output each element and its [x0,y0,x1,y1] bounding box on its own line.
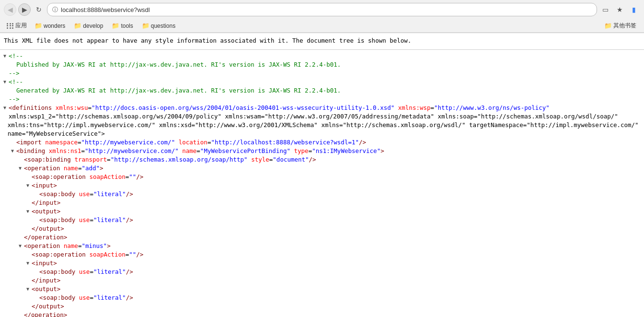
bookmark-tools-label: tools [121,23,133,29]
xml-line: <import namespace="http://mywebservice.c… [0,138,644,147]
toggle-btn[interactable]: ▼ [25,209,31,214]
xml-tag-content: <soap:binding transport="http://schemas.… [24,155,316,164]
folder-icon: 📁 [74,22,81,29]
bookmark-questions[interactable]: 📁 questions [138,21,179,30]
xml-line: <soap:body use="literal"/> [0,190,644,199]
xml-content: This XML file does not appear to have an… [0,33,644,317]
folder-icon: 📁 [112,22,119,29]
xml-tag-content: <input> [32,259,57,268]
xml-line: ▼<input> [0,181,644,190]
xml-line: Published by JAX-WS RI at http://jax-ws.… [0,60,644,69]
xml-line: ▼<output> [0,207,644,216]
apps-label: 应用 [15,22,27,30]
toggle-btn[interactable]: ▼ [25,183,31,188]
bookmark-wonders[interactable]: 📁 wonders [31,21,69,30]
toggle-btn[interactable]: ▼ [17,243,23,249]
xml-line: </output> [0,302,644,311]
titlebar: ◀ ▶ ↻ ⓘ ▭ ★ ▮ [0,0,644,19]
xml-line: ▼<!-- [0,52,644,60]
bookmark-questions-label: questions [151,23,175,29]
xml-line: ▼<binding xmlns:ns1="http://mywebservice… [0,147,644,155]
toggle-btn[interactable]: ▼ [17,165,23,171]
cast-icon[interactable]: ▭ [599,3,611,16]
xml-line: </input> [0,199,644,207]
folder-icon: 📁 [34,22,42,29]
info-text: This XML file does not appear to have an… [4,37,411,44]
xml-tag-content: <output> [32,207,60,216]
xml-line: <soap:body use="literal"/> [0,268,644,276]
xml-tag-content: </output> [32,224,64,233]
xml-tag-content: <output> [32,285,60,294]
xml-tag-content: <soap:body use="literal"/> [39,268,133,276]
xml-tag-content: <operation name="minus"> [24,242,111,250]
xml-line: ▼<input> [0,259,644,268]
folder-icon: 📁 [604,22,612,29]
toggle-btn[interactable]: ▼ [25,260,31,266]
address-bar[interactable] [61,6,592,13]
xml-tag-content: <import namespace="http://mywebservice.c… [16,138,366,147]
xml-comment: --> [9,95,20,104]
apps-button[interactable]: 应用 [4,21,30,31]
bookmark-tools[interactable]: 📁 tools [108,21,137,30]
xml-comment: <!-- [9,52,23,60]
xml-line: xmlns:wsp1_2="http://schemas.xmlsoap.org… [0,112,644,121]
xml-tag-content: <soap:operation soapAction=""/> [32,173,143,181]
xml-tag-content: xmlns:wsp1_2="http://schemas.xmlsoap.org… [9,112,618,121]
xml-comment: Generated by JAX-WS RI at http://jax-ws.… [16,86,341,95]
xml-line: <soap:binding transport="http://schemas.… [0,155,644,164]
xml-tag-content: </input> [32,199,60,207]
xml-tag-content: <definitions xmlns:wsu="http://docs.oasi… [9,104,550,112]
xml-line: <soap:operation soapAction=""/> [0,173,644,181]
bookmark-star-icon[interactable]: ★ [613,3,626,16]
xml-comment: --> [9,69,20,78]
xml-line: </operation> [0,233,644,242]
xml-tag-content: <soap:operation soapAction=""/> [32,250,143,259]
xml-line: ▼<operation name="minus"> [0,242,644,250]
bookmarks-bar: 应用 📁 wonders 📁 develop 📁 tools 📁 questio… [0,19,644,33]
xml-tag-content: </output> [32,302,64,311]
xml-line: </output> [0,224,644,233]
xml-tag-content: <binding xmlns:ns1="http://mywebservice.… [16,147,384,155]
browser-icons-right: ▭ ★ ▮ [599,3,640,16]
xml-line: Generated by JAX-WS RI at http://jax-ws.… [0,86,644,95]
xml-line: ▼<!-- [0,78,644,86]
xml-line: ▼<output> [0,285,644,294]
xml-line: --> [0,69,644,78]
xml-line: xmlns:tns="http://impl.mywebservice.com/… [0,121,644,138]
toggle-btn[interactable]: ▼ [10,148,15,154]
forward-button[interactable]: ▶ [18,3,31,16]
back-button[interactable]: ◀ [4,3,16,16]
toggle-btn[interactable]: ▼ [2,105,8,111]
xml-line: <soap:operation soapAction=""/> [0,250,644,259]
xml-tag-content: </input> [32,276,60,285]
shield-icon[interactable]: ▮ [628,3,640,16]
apps-grid-icon [7,23,14,29]
xml-line: --> [0,95,644,104]
other-bookmarks-label: 其他书签 [613,22,636,30]
xml-line: <soap:body use="literal"/> [0,294,644,302]
xml-tag-content: <soap:body use="literal"/> [39,190,133,199]
xml-line: ▼<definitions xmlns:wsu="http://docs.oas… [0,104,644,112]
xml-comment: Published by JAX-WS RI at http://jax-ws.… [16,60,341,69]
xml-tag-content: </operation> [24,233,67,242]
toggle-btn[interactable]: ▼ [25,286,31,292]
xml-tag-content: xmlns:tns="http://impl.mywebservice.com/… [8,121,644,138]
secure-icon: ⓘ [52,6,58,14]
xml-line: </input> [0,276,644,285]
address-bar-container: ⓘ [47,3,597,16]
bookmark-develop-label: develop [83,23,103,29]
xml-tag-content: </operation> [24,311,67,317]
toggle-btn[interactable]: ▼ [2,79,8,85]
bookmark-wonders-label: wonders [44,23,65,29]
folder-icon: 📁 [142,22,150,29]
xml-tag-content: <input> [32,181,57,190]
reload-button[interactable]: ↻ [33,3,45,16]
toggle-btn[interactable]: ▼ [2,53,8,59]
xml-body: ▼<!--Published by JAX-WS RI at http://ja… [0,50,644,317]
xml-tag-content: <operation name="add"> [24,164,104,173]
other-bookmarks[interactable]: 📁 其他书签 [600,21,640,31]
bookmark-develop[interactable]: 📁 develop [70,21,107,30]
info-bar: This XML file does not appear to have an… [0,33,644,50]
browser-chrome: ◀ ▶ ↻ ⓘ ▭ ★ ▮ 应用 📁 wonders 📁 develop [0,0,644,33]
xml-line: </operation> [0,311,644,317]
